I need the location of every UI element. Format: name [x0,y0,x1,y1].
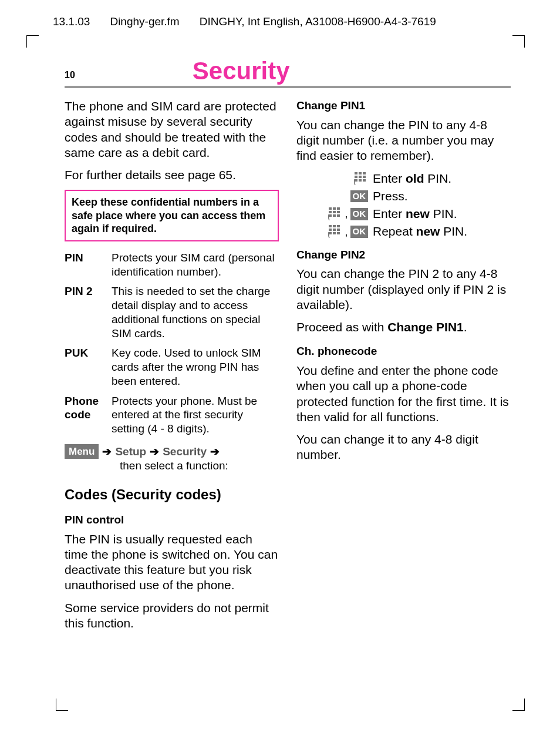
svg-rect-11 [337,207,340,210]
crop-mark-br [512,699,525,711]
svg-rect-17 [337,214,340,217]
step-row: OK Press. [325,189,511,204]
body-paragraph: Some service providers do not permit thi… [65,600,279,632]
table-row: PIN Protects your SIM card (personal ide… [65,251,279,279]
subsection-heading: PIN control [65,513,279,527]
svg-rect-23 [337,229,340,231]
intro-paragraph-2: For further details see page 65. [65,167,279,183]
svg-rect-26 [337,232,340,234]
svg-rect-18 [329,225,332,227]
step-text: Enter old PIN. [373,171,511,186]
table-row: Phone code Protects your phone. Must be … [65,394,279,436]
table-row: PUK Key code. Used to unlock SIM cards a… [65,346,279,388]
svg-rect-10 [333,207,336,210]
arrow-icon: ➔ [102,445,112,459]
svg-rect-13 [333,211,336,213]
crop-mark-tr [512,35,525,48]
table-key: Phone code [65,394,112,436]
menu-step: Setup [115,445,146,459]
step-text: Enter new PIN. [373,206,511,221]
table-value: This is needed to set the charge detail … [112,284,279,340]
svg-rect-21 [329,229,332,231]
svg-rect-0 [355,172,357,174]
step-row: , OK Repeat new PIN. [325,224,511,239]
title-rule [65,86,511,88]
subsection-heading: Change PIN1 [296,99,511,113]
section-heading: Codes (Security codes) [65,486,279,503]
body-paragraph: You can change the PIN to any 4-8 digit … [296,117,511,164]
sheet-header: 13.1.03 Dinghy-ger.fm DINGHY, Int Englis… [53,15,525,29]
svg-rect-9 [329,207,332,210]
body-paragraph: You can change it to any 4-8 digit numbe… [296,432,511,463]
svg-rect-12 [329,211,332,213]
arrow-icon: ➔ [150,445,159,459]
svg-rect-5 [363,176,366,178]
page-number: 10 [65,70,75,83]
ok-softkey-badge: OK [350,190,369,203]
keypad-icon [353,171,368,186]
table-value: Protects your SIM card (personal identif… [112,251,279,279]
menu-step: Security [163,445,207,459]
ok-softkey-badge: OK [350,208,369,220]
svg-rect-2 [363,172,366,174]
table-key: PIN 2 [65,284,112,340]
svg-rect-6 [355,179,357,182]
separator: , [345,225,348,239]
step-row: , OK Enter new PIN. [325,206,511,221]
left-column: The phone and SIM card are protected aga… [65,99,279,638]
table-key: PIN [65,251,112,279]
table-row: PIN 2 This is needed to set the charge d… [65,284,279,340]
menu-softkey-badge: Menu [65,444,99,459]
step-text: Press. [373,189,511,204]
svg-rect-20 [337,225,340,227]
svg-rect-24 [329,232,332,234]
svg-rect-3 [355,176,357,178]
warning-callout: Keep these confidential numbers in a saf… [65,190,279,241]
menu-tail: then select a function: [120,459,279,473]
step-text: Repeat new PIN. [373,224,511,239]
svg-rect-19 [333,225,336,227]
menu-path: Menu ➔ Setup ➔ Security ➔ [65,444,279,459]
crop-mark-tl [26,35,39,48]
page-title: Security [193,59,290,83]
codes-table: PIN Protects your SIM card (personal ide… [65,251,279,436]
table-value: Protects your phone. Must be entered at … [112,394,279,436]
body-paragraph: You define and enter the phone code when… [296,363,511,425]
table-key: PUK [65,346,112,388]
ok-softkey-badge: OK [350,226,369,238]
body-paragraph: You can change the PIN 2 to any 4-8 digi… [296,266,511,313]
body-paragraph: The PIN is usually requested each time t… [65,532,279,593]
step-row: Enter old PIN. [325,171,511,186]
subsection-heading: Ch. phonecode [296,344,511,358]
svg-rect-1 [359,172,362,174]
arrow-icon: ➔ [210,445,220,459]
subsection-heading: Change PIN2 [296,248,511,262]
svg-rect-7 [359,179,362,182]
svg-rect-25 [333,232,336,234]
svg-rect-22 [333,229,336,231]
sheet-docid: DINGHY, Int English, A31008-H6900-A4-3-7… [200,15,436,29]
svg-rect-4 [359,176,362,178]
right-column: Change PIN1 You can change the PIN to an… [296,99,511,638]
sheet-file: Dinghy-ger.fm [110,15,179,29]
intro-paragraph-1: The phone and SIM card are protected aga… [65,99,279,160]
svg-rect-15 [329,214,332,217]
table-value: Key code. Used to unlock SIM cards after… [112,346,279,388]
svg-rect-16 [333,214,336,217]
sheet-date: 13.1.03 [53,15,90,29]
svg-rect-8 [363,179,366,182]
page-body: 10 Security The phone and SIM card are p… [65,59,511,638]
keypad-icon [327,224,342,239]
body-paragraph: Proceed as with Change PIN1. [296,320,511,335]
keypad-icon [327,206,342,221]
crop-mark-bl [56,699,68,711]
svg-rect-14 [337,211,340,213]
separator: , [345,207,348,221]
